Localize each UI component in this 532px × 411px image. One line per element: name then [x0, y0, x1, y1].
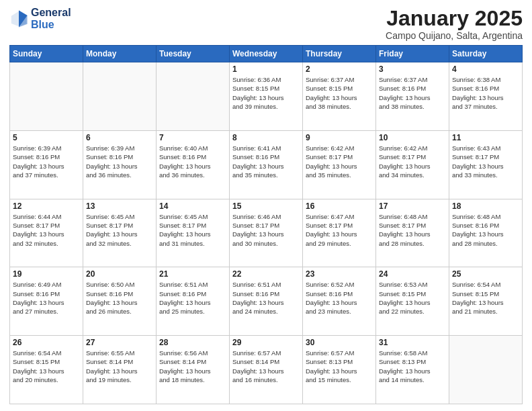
day-number: 2: [306, 64, 373, 74]
day-number: 21: [159, 269, 226, 279]
calendar-header: SundayMondayTuesdayWednesdayThursdayFrid…: [10, 46, 523, 62]
calendar-cell: 18Sunrise: 6:48 AM Sunset: 8:16 PM Dayli…: [449, 199, 523, 267]
calendar-cell: 28Sunrise: 6:56 AM Sunset: 8:14 PM Dayli…: [157, 336, 230, 404]
day-number: 24: [379, 269, 446, 279]
calendar-week-row: 5Sunrise: 6:39 AM Sunset: 8:16 PM Daylig…: [10, 130, 523, 199]
day-info: Sunrise: 6:54 AM Sunset: 8:15 PM Dayligh…: [13, 349, 80, 384]
calendar-cell: 25Sunrise: 6:54 AM Sunset: 8:15 PM Dayli…: [449, 267, 523, 336]
weekday-header: Thursday: [303, 46, 376, 62]
calendar-week-row: 1Sunrise: 6:36 AM Sunset: 8:15 PM Daylig…: [10, 62, 523, 131]
day-info: Sunrise: 6:50 AM Sunset: 8:16 PM Dayligh…: [86, 280, 153, 316]
calendar-cell: 13Sunrise: 6:45 AM Sunset: 8:17 PM Dayli…: [83, 199, 157, 267]
day-info: Sunrise: 6:51 AM Sunset: 8:16 PM Dayligh…: [232, 280, 300, 316]
weekday-row: SundayMondayTuesdayWednesdayThursdayFrid…: [10, 46, 523, 62]
calendar-cell: 5Sunrise: 6:39 AM Sunset: 8:16 PM Daylig…: [10, 130, 83, 199]
day-info: Sunrise: 6:56 AM Sunset: 8:14 PM Dayligh…: [159, 349, 226, 384]
day-number: 20: [86, 269, 153, 279]
calendar-cell: 29Sunrise: 6:57 AM Sunset: 8:14 PM Dayli…: [230, 336, 303, 404]
header: General Blue January 2025 Campo Quijano,…: [9, 7, 523, 41]
day-number: 4: [452, 64, 519, 74]
weekday-header: Monday: [83, 46, 157, 62]
calendar-cell: [10, 62, 83, 131]
day-number: 22: [232, 269, 300, 279]
calendar-week-row: 12Sunrise: 6:44 AM Sunset: 8:17 PM Dayli…: [10, 199, 523, 267]
subtitle: Campo Quijano, Salta, Argentina: [386, 30, 523, 41]
weekday-header: Saturday: [449, 46, 523, 62]
day-info: Sunrise: 6:45 AM Sunset: 8:17 PM Dayligh…: [159, 212, 226, 248]
calendar-cell: 4Sunrise: 6:38 AM Sunset: 8:16 PM Daylig…: [449, 62, 523, 131]
day-info: Sunrise: 6:55 AM Sunset: 8:14 PM Dayligh…: [86, 349, 153, 384]
weekday-header: Friday: [376, 46, 449, 62]
day-info: Sunrise: 6:36 AM Sunset: 8:15 PM Dayligh…: [232, 75, 300, 111]
weekday-header: Sunday: [10, 46, 83, 62]
calendar-cell: 6Sunrise: 6:39 AM Sunset: 8:16 PM Daylig…: [83, 130, 157, 199]
day-number: 9: [306, 133, 373, 142]
calendar-table: SundayMondayTuesdayWednesdayThursdayFrid…: [9, 45, 523, 404]
calendar-cell: 7Sunrise: 6:40 AM Sunset: 8:16 PM Daylig…: [157, 130, 230, 199]
day-number: 25: [452, 269, 519, 279]
main-title: January 2025: [386, 7, 523, 30]
calendar-cell: 20Sunrise: 6:50 AM Sunset: 8:16 PM Dayli…: [83, 267, 157, 336]
calendar-cell: 23Sunrise: 6:52 AM Sunset: 8:16 PM Dayli…: [303, 267, 376, 336]
calendar-cell: [449, 336, 523, 404]
day-number: 14: [159, 201, 226, 211]
day-info: Sunrise: 6:48 AM Sunset: 8:16 PM Dayligh…: [452, 212, 519, 248]
calendar-cell: 14Sunrise: 6:45 AM Sunset: 8:17 PM Dayli…: [157, 199, 230, 267]
day-info: Sunrise: 6:39 AM Sunset: 8:16 PM Dayligh…: [13, 144, 80, 179]
day-info: Sunrise: 6:42 AM Sunset: 8:17 PM Dayligh…: [306, 144, 373, 179]
calendar-cell: 30Sunrise: 6:57 AM Sunset: 8:13 PM Dayli…: [303, 336, 376, 404]
calendar-cell: 2Sunrise: 6:37 AM Sunset: 8:15 PM Daylig…: [303, 62, 376, 131]
calendar-cell: 15Sunrise: 6:46 AM Sunset: 8:17 PM Dayli…: [230, 199, 303, 267]
day-number: 31: [379, 338, 446, 347]
day-info: Sunrise: 6:47 AM Sunset: 8:17 PM Dayligh…: [306, 212, 373, 248]
day-number: 27: [86, 338, 153, 347]
day-number: 3: [379, 64, 446, 74]
calendar-cell: 12Sunrise: 6:44 AM Sunset: 8:17 PM Dayli…: [10, 199, 83, 267]
calendar-cell: 8Sunrise: 6:41 AM Sunset: 8:16 PM Daylig…: [230, 130, 303, 199]
day-number: 18: [452, 201, 519, 211]
day-info: Sunrise: 6:44 AM Sunset: 8:17 PM Dayligh…: [13, 212, 80, 248]
day-info: Sunrise: 6:53 AM Sunset: 8:15 PM Dayligh…: [379, 280, 446, 316]
calendar-cell: 16Sunrise: 6:47 AM Sunset: 8:17 PM Dayli…: [303, 199, 376, 267]
day-number: 17: [379, 201, 446, 211]
logo-text: General Blue: [31, 7, 71, 30]
calendar-body: 1Sunrise: 6:36 AM Sunset: 8:15 PM Daylig…: [10, 62, 523, 404]
calendar-cell: 31Sunrise: 6:58 AM Sunset: 8:13 PM Dayli…: [376, 336, 449, 404]
day-number: 29: [232, 338, 300, 347]
day-info: Sunrise: 6:43 AM Sunset: 8:17 PM Dayligh…: [452, 144, 519, 179]
day-info: Sunrise: 6:45 AM Sunset: 8:17 PM Dayligh…: [86, 212, 153, 248]
calendar-cell: 22Sunrise: 6:51 AM Sunset: 8:16 PM Dayli…: [230, 267, 303, 336]
calendar-cell: [83, 62, 157, 131]
day-info: Sunrise: 6:42 AM Sunset: 8:17 PM Dayligh…: [379, 144, 446, 179]
calendar-cell: 21Sunrise: 6:51 AM Sunset: 8:16 PM Dayli…: [157, 267, 230, 336]
calendar-cell: 24Sunrise: 6:53 AM Sunset: 8:15 PM Dayli…: [376, 267, 449, 336]
weekday-header: Tuesday: [157, 46, 230, 62]
calendar-cell: 1Sunrise: 6:36 AM Sunset: 8:15 PM Daylig…: [230, 62, 303, 131]
day-info: Sunrise: 6:52 AM Sunset: 8:16 PM Dayligh…: [306, 280, 373, 316]
day-number: 8: [232, 133, 300, 142]
calendar-cell: 17Sunrise: 6:48 AM Sunset: 8:17 PM Dayli…: [376, 199, 449, 267]
day-info: Sunrise: 6:58 AM Sunset: 8:13 PM Dayligh…: [379, 349, 446, 384]
day-number: 28: [159, 338, 226, 347]
title-block: January 2025 Campo Quijano, Salta, Argen…: [386, 7, 523, 41]
day-number: 11: [452, 133, 519, 142]
day-info: Sunrise: 6:48 AM Sunset: 8:17 PM Dayligh…: [379, 212, 446, 248]
day-info: Sunrise: 6:40 AM Sunset: 8:16 PM Dayligh…: [159, 144, 226, 179]
day-number: 12: [13, 201, 80, 211]
day-number: 15: [232, 201, 300, 211]
day-info: Sunrise: 6:46 AM Sunset: 8:17 PM Dayligh…: [232, 212, 300, 248]
logo: General Blue: [9, 7, 71, 30]
day-number: 6: [86, 133, 153, 142]
day-number: 13: [86, 201, 153, 211]
calendar-cell: 27Sunrise: 6:55 AM Sunset: 8:14 PM Dayli…: [83, 336, 157, 404]
day-info: Sunrise: 6:57 AM Sunset: 8:13 PM Dayligh…: [306, 349, 373, 384]
calendar-cell: 26Sunrise: 6:54 AM Sunset: 8:15 PM Dayli…: [10, 336, 83, 404]
day-info: Sunrise: 6:41 AM Sunset: 8:16 PM Dayligh…: [232, 144, 300, 179]
day-info: Sunrise: 6:54 AM Sunset: 8:15 PM Dayligh…: [452, 280, 519, 316]
weekday-header: Wednesday: [230, 46, 303, 62]
calendar-cell: 9Sunrise: 6:42 AM Sunset: 8:17 PM Daylig…: [303, 130, 376, 199]
day-number: 7: [159, 133, 226, 142]
day-info: Sunrise: 6:57 AM Sunset: 8:14 PM Dayligh…: [232, 349, 300, 384]
logo-icon: [9, 9, 28, 28]
calendar-cell: 10Sunrise: 6:42 AM Sunset: 8:17 PM Dayli…: [376, 130, 449, 199]
